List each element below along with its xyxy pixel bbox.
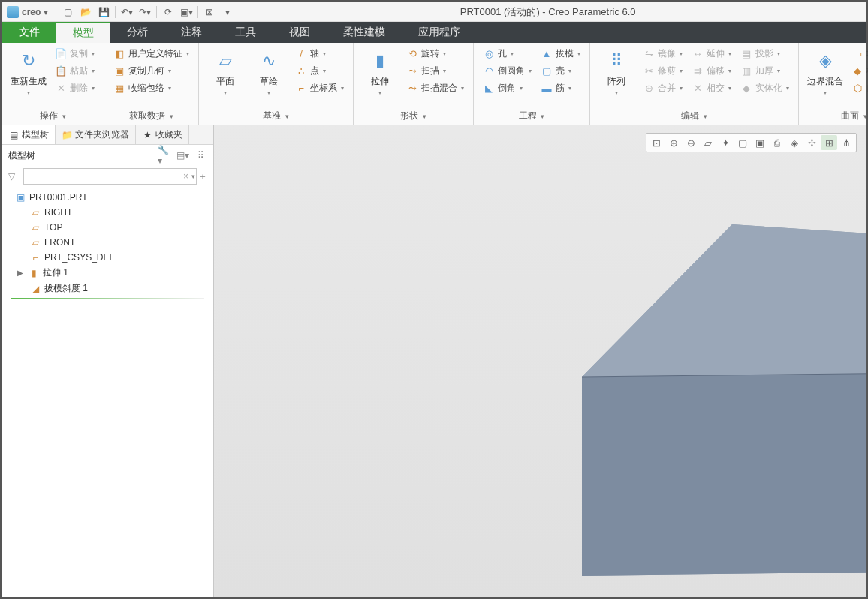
- view-tool-4[interactable]: ✦: [717, 135, 734, 150]
- sidebar-tab-modeltree[interactable]: ▤模型树: [2, 125, 56, 144]
- filter-dropdown-icon[interactable]: ▾: [191, 173, 195, 180]
- ribbon-sm-轴[interactable]: /轴▾: [292, 46, 347, 62]
- ribbon-sm-自由式[interactable]: ⬡自由式▾: [848, 80, 868, 96]
- ribbon-group-label[interactable]: 编辑 ▾: [596, 108, 792, 125]
- tree-node-拔模斜度 1[interactable]: ◢拔模斜度 1: [7, 281, 209, 296]
- tree-node-RIGHT[interactable]: ▱RIGHT: [7, 205, 209, 220]
- view-tool-10[interactable]: ⊞: [821, 135, 837, 150]
- ribbon-sm-倒角[interactable]: ◣倒角▾: [480, 80, 535, 96]
- expander-icon[interactable]: ▶: [17, 269, 25, 277]
- tab-file[interactable]: 文件: [2, 22, 56, 43]
- insert-here-bar[interactable]: [11, 298, 204, 300]
- ribbon-group-label[interactable]: 形状 ▾: [360, 108, 467, 125]
- view-tool-1[interactable]: ⊕: [665, 135, 682, 150]
- clear-filter-icon[interactable]: ×: [183, 171, 188, 182]
- ribbon-sm-icon: /: [295, 48, 307, 60]
- view-tool-0[interactable]: ⊡: [648, 135, 665, 150]
- redo-icon[interactable]: ↷▾: [138, 5, 152, 19]
- ribbon-sm-相交: ✕相交▾: [689, 80, 734, 96]
- view-tool-11[interactable]: ⋔: [838, 135, 854, 150]
- ribbon-big-阵列[interactable]: ⠿阵列▾: [596, 46, 637, 100]
- ribbon-group-label[interactable]: 工程 ▾: [480, 108, 583, 125]
- workspace: ▤模型树 📁文件夹浏览器 ★收藏夹 模型树 🔧▾ ▤▾ ⠿ ▽ × ▾ ＋ ▣: [2, 125, 866, 597]
- ribbon-group-label[interactable]: 基准 ▾: [205, 108, 347, 125]
- ribbon-big-草绘[interactable]: ∿草绘▾: [249, 46, 289, 100]
- ribbon-group-1: ◧用户定义特征▾▣复制几何▾▦收缩包络▾获取数据 ▾: [104, 43, 199, 125]
- open-file-icon[interactable]: 📂: [79, 5, 92, 19]
- ribbon-big-重新生成[interactable]: ↻重新生成▾: [8, 46, 49, 100]
- ribbon-sm-拔模[interactable]: ▲拔模▾: [538, 46, 583, 62]
- regenerate-icon[interactable]: ⟳: [161, 5, 175, 19]
- ribbon-sm-用户定义特征[interactable]: ◧用户定义特征▾: [110, 46, 192, 62]
- brand-dropdown-icon[interactable]: ▾: [44, 7, 48, 17]
- app-logo-icon: [7, 6, 19, 18]
- view-tool-9[interactable]: ✢: [803, 135, 820, 150]
- tab-tools[interactable]: 工具: [219, 22, 273, 43]
- ribbon-sm-孔[interactable]: ◎孔▾: [480, 46, 535, 62]
- tree-show-icon[interactable]: ▤▾: [176, 149, 189, 162]
- tree-filter-icon[interactable]: ⠿: [194, 149, 207, 162]
- view-tool-8[interactable]: ◈: [786, 135, 803, 150]
- view-tool-5[interactable]: ▢: [734, 135, 751, 150]
- tree-settings-icon[interactable]: 🔧▾: [158, 149, 171, 162]
- new-file-icon[interactable]: ▢: [61, 5, 74, 19]
- view-tool-2[interactable]: ⊖: [683, 135, 699, 150]
- view-tool-3[interactable]: ▱: [700, 135, 716, 150]
- ribbon-sm-icon: ⟲: [406, 48, 418, 60]
- tab-analysis[interactable]: 分析: [110, 22, 164, 43]
- ribbon-sm-扫描混合[interactable]: ⤳扫描混合▾: [403, 80, 467, 96]
- add-filter-icon[interactable]: ＋: [198, 170, 207, 183]
- ribbon-sm-粘贴: 📋粘贴▾: [52, 63, 98, 79]
- tree-root[interactable]: ▣ PRT0001.PRT: [7, 190, 209, 205]
- windows-icon[interactable]: ▣▾: [179, 5, 193, 19]
- sidebar-tab-favorites[interactable]: ★收藏夹: [136, 125, 189, 144]
- ribbon-group-label[interactable]: 获取数据 ▾: [110, 108, 192, 125]
- ribbon-sm-icon: ◆: [740, 83, 752, 95]
- ribbon-group-label[interactable]: 操作 ▾: [8, 108, 98, 125]
- ribbon-sm-壳[interactable]: ▢壳▾: [538, 63, 583, 79]
- funnel-icon[interactable]: ▽: [8, 171, 20, 182]
- ribbon-sm-复制几何[interactable]: ▣复制几何▾: [110, 63, 192, 79]
- graphics-canvas[interactable]: ⊡⊕⊖▱✦▢▣⎙◈✢⊞⋔: [214, 125, 866, 597]
- ribbon-sm-扫描[interactable]: ⤳扫描▾: [403, 63, 467, 79]
- ribbon-sm-倒圆角[interactable]: ◠倒圆角▾: [480, 63, 535, 79]
- filter-input[interactable]: [23, 168, 197, 185]
- undo-icon[interactable]: ↶▾: [120, 5, 134, 19]
- tree-node-TOP[interactable]: ▱TOP: [7, 220, 209, 235]
- ribbon-sm-镜像: ⇋镜像▾: [640, 46, 686, 62]
- tab-view[interactable]: 视图: [273, 22, 327, 43]
- qat-dropdown-icon[interactable]: ▾: [221, 5, 234, 19]
- ribbon-big-平面[interactable]: ▱平面▾: [205, 46, 246, 100]
- close-window-icon[interactable]: ⊠: [203, 5, 216, 19]
- ribbon-big-边界混合[interactable]: ◈边界混合▾: [805, 46, 845, 100]
- tab-apps[interactable]: 应用程序: [402, 22, 477, 43]
- ribbon-sm-icon: ∴: [295, 65, 307, 77]
- ribbon-sm-投影: ▤投影▾: [737, 46, 792, 62]
- ribbon-group-label[interactable]: 曲面 ▾: [805, 108, 868, 125]
- ribbon-sm-筋[interactable]: ▬筋▾: [538, 80, 583, 96]
- ribbon-sm-点[interactable]: ∴点▾: [292, 63, 347, 79]
- tab-annotate[interactable]: 注释: [164, 22, 219, 43]
- ribbon-sm-收缩包络[interactable]: ▦收缩包络▾: [110, 80, 192, 96]
- sidebar-tab-folders[interactable]: 📁文件夹浏览器: [56, 125, 136, 144]
- ribbon-sm-坐标系[interactable]: ⌐坐标系▾: [292, 80, 347, 96]
- save-icon[interactable]: 💾: [97, 5, 110, 19]
- tree-node-FRONT[interactable]: ▱FRONT: [7, 235, 209, 250]
- ribbon-big-拉伸[interactable]: ▮拉伸▾: [360, 46, 400, 100]
- sidebar-header: 模型树 🔧▾ ▤▾ ⠿: [2, 145, 213, 166]
- svg-marker-2: [582, 224, 866, 377]
- tab-flexible[interactable]: 柔性建模: [327, 22, 402, 43]
- ribbon-sm-icon: ⇋: [643, 48, 655, 60]
- ribbon-sm-旋转[interactable]: ⟲旋转▾: [403, 46, 467, 62]
- ribbon-sm-icon: ⊕: [643, 83, 655, 95]
- tree-node-拉伸 1[interactable]: ▶▮拉伸 1: [7, 265, 209, 281]
- ribbon-sm-样式[interactable]: ◆样式▾: [848, 63, 868, 79]
- tab-model[interactable]: 模型: [56, 22, 110, 43]
- ribbon-sm-icon: ✕: [55, 83, 67, 95]
- view-tool-6[interactable]: ▣: [752, 135, 768, 150]
- view-tool-7[interactable]: ⎙: [769, 135, 785, 150]
- ribbon-sm-填充[interactable]: ▭填充▾: [848, 46, 868, 62]
- ribbon-sm-icon: ▣: [113, 65, 125, 77]
- folder-icon: 📁: [62, 130, 72, 140]
- tree-node-PRT_CSYS_DEF[interactable]: ⌐PRT_CSYS_DEF: [7, 250, 209, 265]
